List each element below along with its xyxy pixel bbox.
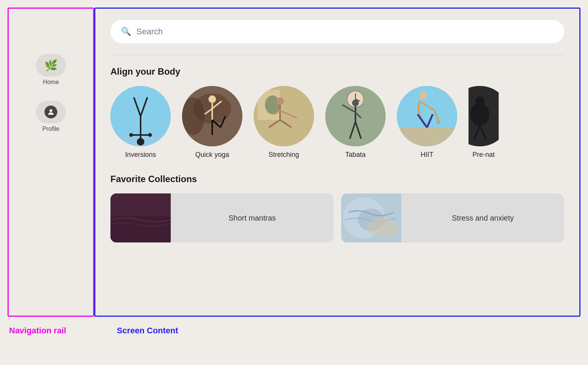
home-icon-bg: 🌿 <box>36 54 66 77</box>
mantras-label: Short mantras <box>171 214 334 222</box>
category-circle-stretching <box>254 86 314 146</box>
hiit-illustration <box>397 86 457 146</box>
svg-point-13 <box>208 95 216 103</box>
prenatal-illustration <box>469 86 499 146</box>
category-label-stretching: Stretching <box>268 151 299 159</box>
category-quick-yoga[interactable]: Quick yoga <box>182 86 242 159</box>
category-label-inversions: Inversions <box>125 151 156 159</box>
category-label-hiit: HIIT <box>421 151 433 159</box>
category-circle-hiit <box>397 86 457 146</box>
collection-stress[interactable]: Stress and anxiety <box>341 193 564 242</box>
stress-thumbnail <box>341 193 401 242</box>
align-body-section: Align your Body <box>110 66 564 159</box>
home-label: Home <box>43 79 59 86</box>
category-label-quick-yoga: Quick yoga <box>195 151 229 159</box>
align-body-title: Align your Body <box>110 66 564 77</box>
navigation-rail: 🌿 Home Profile <box>8 8 94 317</box>
category-circle-inversions <box>110 86 171 146</box>
category-circle-tabata <box>325 86 386 146</box>
favorite-collections-section: Favorite Collections <box>110 174 564 242</box>
bottom-labels: Navigation rail Screen Content <box>8 326 580 336</box>
svg-point-9 <box>148 133 152 137</box>
svg-point-49 <box>475 97 484 106</box>
screen-content-label: Screen Content <box>94 326 580 336</box>
divider <box>110 55 564 55</box>
search-bar[interactable]: 🔍 <box>110 20 564 43</box>
svg-point-58 <box>368 218 398 237</box>
category-label-tabata: Tabata <box>345 151 366 159</box>
person-icon <box>44 106 57 118</box>
mantras-image <box>110 193 171 242</box>
nav-rail-label: Navigation rail <box>8 326 94 336</box>
stress-label: Stress and anxiety <box>401 214 564 222</box>
leaf-icon: 🌿 <box>44 59 58 72</box>
category-label-prenatal: Pre-nat <box>472 151 495 159</box>
stretching-illustration <box>254 86 314 146</box>
category-stretching[interactable]: Stretching <box>254 86 314 159</box>
inversions-illustration <box>110 86 171 146</box>
tabata-illustration <box>325 86 386 146</box>
svg-point-48 <box>470 103 489 126</box>
profile-label: Profile <box>42 126 59 132</box>
svg-point-8 <box>129 133 133 137</box>
svg-point-0 <box>49 109 52 112</box>
profile-icon-bg <box>36 101 66 123</box>
mantras-thumbnail <box>110 193 171 242</box>
collection-mantras[interactable]: Short mantras <box>110 193 334 242</box>
stress-image <box>341 193 401 242</box>
svg-point-41 <box>420 92 427 99</box>
collections-row: Short mantras <box>110 193 564 242</box>
screen-content: 🔍 Align your Body <box>94 8 580 317</box>
svg-point-23 <box>276 97 284 105</box>
svg-point-44 <box>436 120 440 124</box>
nav-home[interactable]: 🌿 Home <box>36 54 66 86</box>
svg-point-33 <box>352 100 359 106</box>
category-tabata[interactable]: Tabata <box>325 86 386 159</box>
quick-yoga-illustration <box>182 86 242 146</box>
svg-point-12 <box>182 97 205 135</box>
category-hiit[interactable]: HIIT <box>397 86 457 159</box>
category-prenatal[interactable]: Pre-nat <box>469 86 499 159</box>
category-circle-quick-yoga <box>182 86 242 146</box>
svg-rect-54 <box>110 193 171 242</box>
search-icon: 🔍 <box>121 27 131 37</box>
search-input[interactable] <box>136 27 554 37</box>
svg-point-7 <box>137 138 144 146</box>
svg-rect-40 <box>397 127 457 146</box>
categories-row: Inversions <box>110 86 564 159</box>
nav-profile[interactable]: Profile <box>36 101 66 132</box>
favorite-collections-title: Favorite Collections <box>110 174 564 184</box>
category-inversions[interactable]: Inversions <box>110 86 171 159</box>
category-circle-prenatal <box>469 86 499 146</box>
